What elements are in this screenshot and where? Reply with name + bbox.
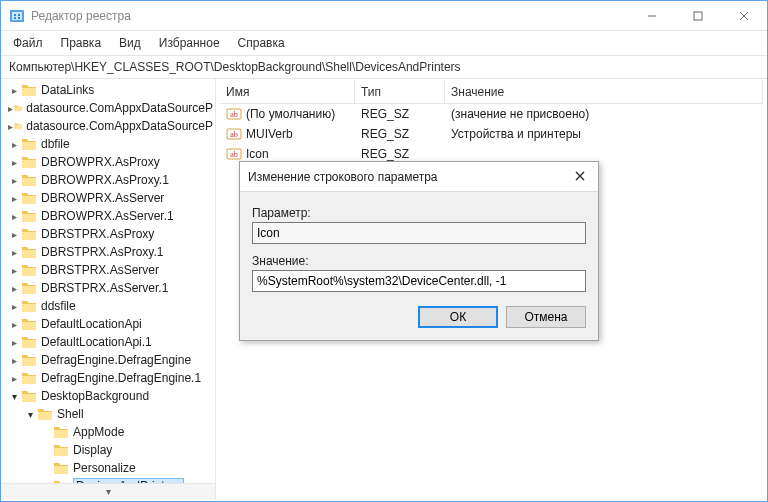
svg-text:ab: ab	[230, 130, 238, 139]
close-button[interactable]	[721, 1, 767, 30]
edit-string-dialog: Изменение строкового параметра Параметр:…	[239, 161, 599, 341]
tree-item[interactable]: datasource.ComAppxDataSourceP	[7, 117, 213, 135]
tree-item[interactable]: ddsfile	[7, 297, 213, 315]
tree-item[interactable]: AppMode	[7, 423, 213, 441]
tree-item[interactable]: DBRSTPRX.AsServer.1	[7, 279, 213, 297]
tree-item[interactable]: dbfile	[7, 135, 213, 153]
tree-item[interactable]: DefaultLocationApi	[7, 315, 213, 333]
list-row[interactable]: abMUIVerbREG_SZУстройства и принтеры	[220, 124, 763, 144]
tree-item[interactable]: DBROWPRX.AsProxy.1	[7, 171, 213, 189]
ok-button[interactable]: ОК	[418, 306, 498, 328]
tree-item[interactable]: DBRSTPRX.AsProxy.1	[7, 243, 213, 261]
tree-item[interactable]: Display	[7, 441, 213, 459]
maximize-button[interactable]	[675, 1, 721, 30]
dialog-title: Изменение строкового параметра	[248, 170, 438, 184]
menubar: Файл Правка Вид Избранное Справка	[1, 31, 767, 56]
dialog-buttons: ОК Отмена	[252, 306, 586, 328]
tree-label: datasource.ComAppxDataSourceP	[26, 119, 213, 133]
titlebar: Редактор реестра	[1, 1, 767, 31]
tree-label: dbfile	[41, 137, 70, 151]
tree-label: DefragEngine.DefragEngine.1	[41, 371, 201, 385]
svg-text:ab: ab	[230, 150, 238, 159]
svg-rect-5	[18, 17, 20, 19]
menu-view[interactable]: Вид	[111, 33, 149, 53]
window-title: Редактор реестра	[31, 9, 629, 23]
col-header-type[interactable]: Тип	[355, 81, 445, 103]
menu-file[interactable]: Файл	[5, 33, 51, 53]
tree-label: datasource.ComAppxDataSourceP	[26, 101, 213, 115]
value-data	[445, 152, 763, 156]
tree-label: DefaultLocationApi.1	[41, 335, 152, 349]
tree-label: DefaultLocationApi	[41, 317, 142, 331]
value-label: Значение:	[252, 254, 586, 268]
close-icon	[575, 171, 585, 181]
value-name: MUIVerb	[246, 127, 293, 141]
dialog-titlebar: Изменение строкового параметра	[240, 162, 598, 192]
tree-item[interactable]: DefragEngine.DefragEngine	[7, 351, 213, 369]
tree-label: DefragEngine.DefragEngine	[41, 353, 191, 367]
tree-label: DBRSTPRX.AsProxy	[41, 227, 154, 241]
tree-item[interactable]: DBROWPRX.AsServer.1	[7, 207, 213, 225]
value-name: Icon	[246, 147, 269, 161]
dialog-body: Параметр: Значение: ОК Отмена	[240, 192, 598, 340]
tree-label: DBRSTPRX.AsServer	[41, 263, 159, 277]
tree-label: DataLinks	[41, 83, 94, 97]
value-data: (значение не присвоено)	[445, 105, 763, 123]
list-row[interactable]: ab(По умолчанию)REG_SZ(значение не присв…	[220, 104, 763, 124]
value-type: REG_SZ	[355, 105, 445, 123]
param-input[interactable]	[252, 222, 586, 244]
value-type: REG_SZ	[355, 125, 445, 143]
menu-favorites[interactable]: Избранное	[151, 33, 228, 53]
regedit-window: Редактор реестра Файл Правка Вид Избранн…	[0, 0, 768, 502]
tree-label: DesktopBackground	[41, 389, 149, 403]
tree-panel: DataLinksdatasource.ComAppxDataSourcePda…	[1, 79, 216, 499]
tree-item[interactable]: DefragEngine.DefragEngine.1	[7, 369, 213, 387]
tree-label: DBROWPRX.AsProxy	[41, 155, 160, 169]
tree-label: ddsfile	[41, 299, 76, 313]
param-label: Параметр:	[252, 206, 586, 220]
svg-rect-3	[18, 14, 20, 16]
tree-item[interactable]: DBROWPRX.AsProxy	[7, 153, 213, 171]
col-header-name[interactable]: Имя	[220, 81, 355, 103]
tree-label: DBRSTPRX.AsServer.1	[41, 281, 168, 295]
menu-help[interactable]: Справка	[230, 33, 293, 53]
svg-rect-1	[12, 12, 22, 20]
cancel-button[interactable]: Отмена	[506, 306, 586, 328]
svg-rect-2	[14, 14, 16, 16]
svg-text:ab: ab	[230, 110, 238, 119]
tree-item[interactable]: Shell	[7, 405, 213, 423]
dialog-close-button[interactable]	[570, 170, 590, 184]
tree-item[interactable]: DefaultLocationApi.1	[7, 333, 213, 351]
tree-label: DBROWPRX.AsProxy.1	[41, 173, 169, 187]
tree-label: DBRSTPRX.AsProxy.1	[41, 245, 163, 259]
list-header: Имя Тип Значение	[220, 81, 763, 104]
menu-edit[interactable]: Правка	[53, 33, 110, 53]
tree-label: DBROWPRX.AsServer.1	[41, 209, 174, 223]
address-bar[interactable]: Компьютер\HKEY_CLASSES_ROOT\DesktopBackg…	[1, 56, 767, 79]
tree-item[interactable]: DBROWPRX.AsServer	[7, 189, 213, 207]
value-name: (По умолчанию)	[246, 107, 335, 121]
window-controls	[629, 1, 767, 30]
svg-rect-4	[14, 17, 16, 19]
tree-item[interactable]: datasource.ComAppxDataSourceP	[7, 99, 213, 117]
value-data: Устройства и принтеры	[445, 125, 763, 143]
tree-item[interactable]: DBRSTPRX.AsProxy	[7, 225, 213, 243]
tree-scroll-down[interactable]: ▾	[1, 483, 215, 499]
tree-item[interactable]: DataLinks	[7, 81, 213, 99]
value-input[interactable]	[252, 270, 586, 292]
minimize-button[interactable]	[629, 1, 675, 30]
col-header-value[interactable]: Значение	[445, 81, 763, 103]
tree-item[interactable]: DesktopBackground	[7, 387, 213, 405]
tree-item[interactable]: DBRSTPRX.AsServer	[7, 261, 213, 279]
app-icon	[9, 8, 25, 24]
tree-item[interactable]: Personalize	[7, 459, 213, 477]
svg-rect-7	[694, 12, 702, 20]
tree-label: DBROWPRX.AsServer	[41, 191, 164, 205]
